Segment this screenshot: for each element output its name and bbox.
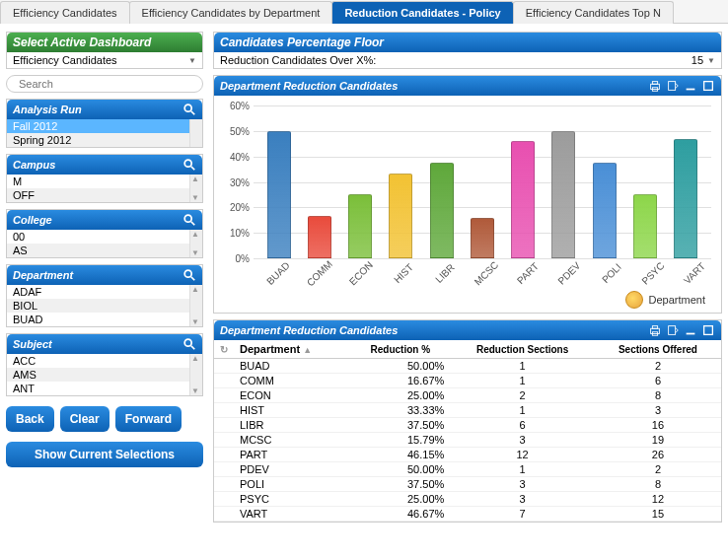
list-item[interactable]: OFF: [7, 188, 202, 202]
chart-legend: Department: [625, 291, 705, 309]
scroll-up-icon[interactable]: ▲: [190, 230, 200, 239]
col-department[interactable]: Department▲: [234, 340, 350, 359]
table-row[interactable]: HIST33.33%13: [214, 403, 721, 418]
chevron-down-icon: ▼: [188, 56, 196, 65]
chart-bar[interactable]: [308, 216, 331, 258]
subject-header: Subject: [7, 334, 202, 354]
legend-icon[interactable]: [625, 291, 643, 309]
table-row[interactable]: ECON25.00%28: [214, 388, 721, 403]
search-icon[interactable]: [182, 337, 196, 351]
table-row[interactable]: PDEV50.00%12: [214, 462, 721, 477]
chart-area: 0%10%20%30%40%50%60% BUADCOMMECONHISTLIB…: [214, 96, 721, 313]
list-item[interactable]: ADAF: [7, 285, 202, 299]
col-reduction-pct[interactable]: Reduction %: [350, 340, 450, 359]
scroll-down-icon[interactable]: ▼: [190, 317, 200, 326]
list-item[interactable]: BUAD: [7, 313, 202, 326]
scroll-up-icon[interactable]: ▲: [190, 285, 200, 294]
chart-bar[interactable]: [348, 194, 372, 258]
list-item[interactable]: 00: [7, 230, 202, 244]
tab-efficiency-dept[interactable]: Efficiency Candidates by Department: [129, 1, 333, 24]
col-sections-offered[interactable]: Sections Offered: [595, 340, 721, 359]
scroll-down-icon[interactable]: ▼: [190, 193, 200, 202]
chart-bar[interactable]: [430, 163, 454, 258]
refresh-icon[interactable]: ↻: [214, 340, 234, 359]
show-selections-button[interactable]: Show Current Selections: [6, 442, 203, 467]
maximize-icon[interactable]: [701, 323, 715, 337]
forward-button[interactable]: Forward: [115, 406, 182, 432]
maximize-icon[interactable]: [701, 79, 715, 93]
tab-efficiency-topn[interactable]: Efficiency Candidates Top N: [513, 1, 674, 24]
search-icon[interactable]: [182, 103, 196, 116]
chart-bar[interactable]: [551, 131, 575, 258]
y-tick: 10%: [230, 228, 250, 239]
list-item[interactable]: ACC: [7, 354, 202, 368]
cell-dept: COMM: [234, 374, 350, 388]
chart-bar[interactable]: [633, 194, 657, 258]
search-icon[interactable]: [182, 213, 196, 227]
analysis-run-panel: Analysis Run Fall 2012 Spring 2012: [6, 99, 203, 148]
table-row[interactable]: VART46.67%715: [214, 507, 721, 522]
col-reduction-sections[interactable]: Reduction Sections: [450, 340, 595, 359]
table-row[interactable]: POLI37.50%38: [214, 477, 721, 492]
table-panel: Department Reduction Candidates ↻ Depart…: [213, 319, 722, 523]
subject-panel: Subject ▲ ACC AMS ANT ▼: [6, 333, 203, 396]
scroll-down-icon[interactable]: ▼: [190, 386, 200, 395]
list-item[interactable]: AMS: [7, 368, 202, 382]
minimize-icon[interactable]: [684, 323, 697, 337]
table-row[interactable]: BUAD50.00%12: [214, 359, 721, 374]
list-item[interactable]: M: [7, 175, 202, 188]
scroll-up-icon[interactable]: ▲: [190, 354, 200, 363]
tab-efficiency[interactable]: Efficiency Candidates: [0, 1, 130, 24]
cell-off: 26: [595, 448, 721, 462]
table-row[interactable]: COMM16.67%16: [214, 374, 721, 388]
search-icon[interactable]: [182, 158, 196, 172]
chart-bar[interactable]: [511, 141, 535, 258]
chevron-down-icon[interactable]: ▼: [707, 56, 715, 65]
print-icon[interactable]: [648, 79, 662, 93]
export-icon[interactable]: [666, 323, 680, 337]
list-item[interactable]: Spring 2012: [7, 133, 202, 147]
cell-red: 3: [450, 492, 595, 507]
export-icon[interactable]: [666, 79, 680, 93]
select-dashboard-header: Select Active Dashboard: [7, 33, 202, 52]
chart-bar[interactable]: [471, 218, 494, 258]
back-button[interactable]: Back: [6, 406, 54, 432]
print-icon[interactable]: [648, 323, 662, 337]
chart-bar[interactable]: [267, 131, 291, 258]
svg-rect-15: [669, 82, 676, 91]
cell-dept: PSYC: [234, 492, 350, 507]
cell-pct: 37.50%: [350, 477, 450, 492]
table-row[interactable]: PART46.15%1226: [214, 448, 721, 462]
floor-panel: Candidates Percentage Floor Reduction Ca…: [213, 32, 722, 69]
scroll-up-icon[interactable]: ▲: [190, 175, 200, 183]
list-item[interactable]: BIOL: [7, 299, 202, 313]
list-item[interactable]: AS: [7, 244, 202, 257]
svg-point-10: [184, 339, 191, 346]
list-item[interactable]: ANT: [7, 382, 202, 395]
minimize-icon[interactable]: [684, 79, 697, 93]
chart-bar[interactable]: [389, 174, 412, 258]
cell-dept: HIST: [234, 403, 350, 418]
table-row[interactable]: MCSC15.79%319: [214, 433, 721, 448]
search-input[interactable]: [19, 78, 194, 90]
x-label: MCSC: [468, 254, 505, 292]
clear-button[interactable]: Clear: [60, 406, 109, 432]
cell-red: 3: [450, 433, 595, 448]
chart-panel: Department Reduction Candidates 0%10%20%…: [213, 75, 722, 314]
cell-pct: 46.67%: [350, 507, 450, 522]
svg-line-11: [191, 346, 195, 350]
cell-pct: 46.15%: [350, 448, 450, 462]
search-icon[interactable]: [182, 268, 196, 282]
scroll-down-icon[interactable]: ▼: [190, 248, 200, 257]
list-item[interactable]: Fall 2012: [7, 119, 202, 133]
nav-buttons: Back Clear Forward: [6, 406, 203, 432]
chart-header: Department Reduction Candidates: [214, 76, 721, 96]
table-row[interactable]: PSYC25.00%312: [214, 492, 721, 507]
svg-rect-19: [652, 326, 657, 329]
chart-bar[interactable]: [674, 139, 697, 258]
chart-bar[interactable]: [593, 163, 617, 258]
table-row[interactable]: LIBR37.50%616: [214, 418, 721, 433]
search-input-wrap[interactable]: [6, 75, 203, 93]
select-dashboard-dropdown[interactable]: Efficiency Candidates ▼: [7, 52, 202, 68]
tab-reduction-policy[interactable]: Reduction Candidates - Policy: [331, 1, 513, 24]
